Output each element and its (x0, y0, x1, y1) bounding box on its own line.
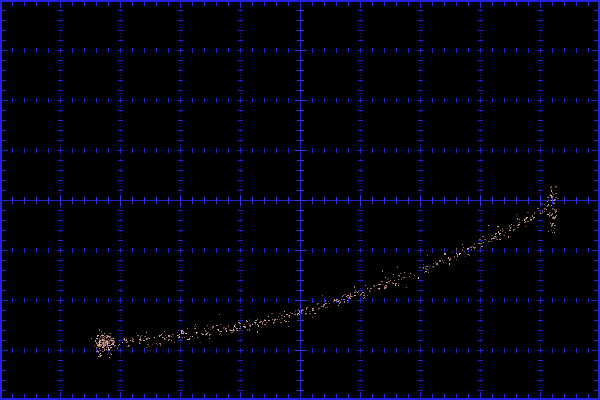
xy-scatter-canvas (0, 0, 600, 400)
oscilloscope-screen (0, 0, 600, 400)
